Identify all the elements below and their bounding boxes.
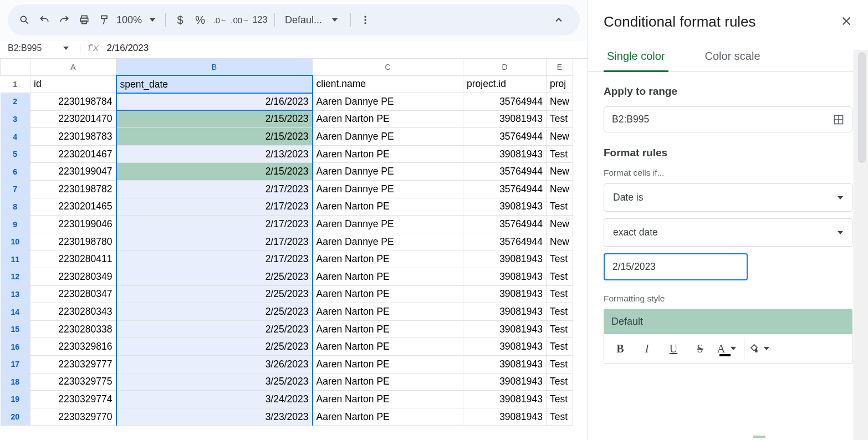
cell[interactable]: 39081943 [463,303,547,321]
cell[interactable]: 39081943 [463,338,547,356]
date-value-input[interactable]: 2/15/2023 [604,253,748,280]
cell[interactable]: 35764944 [463,233,547,250]
row-header-12[interactable]: 12 [1,268,30,286]
cell[interactable]: 39081943 [463,373,547,391]
percent-icon[interactable]: % [190,10,210,30]
cell[interactable]: Aaren Narton PE [313,356,463,374]
cell[interactable]: 2230280411 [30,250,116,268]
cell[interactable]: 39081943 [463,198,547,216]
more-formats-icon[interactable]: 123 [250,10,270,30]
cell[interactable]: 35764944 [463,181,547,198]
col-header-A[interactable]: A [30,59,116,75]
cell[interactable]: Aaren Dannye PE [313,93,463,111]
cell[interactable]: id [30,75,116,93]
name-box[interactable]: B2:B995 [8,43,73,53]
cell[interactable]: Aaren Narton PE [313,285,463,303]
cell[interactable]: New [547,181,573,198]
row-header-14[interactable]: 14 [1,303,30,321]
cell[interactable]: 2/25/2023 [116,285,313,303]
cell[interactable]: Test [547,268,573,286]
cell[interactable]: 39081943 [463,268,547,286]
cell[interactable]: 2230199047 [30,163,116,181]
row-header-17[interactable]: 17 [1,356,30,374]
search-icon[interactable] [14,10,34,30]
cell[interactable]: Test [547,250,573,268]
paint-format-icon[interactable] [94,10,114,30]
row-header-1[interactable]: 1 [1,75,30,93]
cell[interactable]: 2230329775 [30,373,116,391]
cell[interactable]: Test [547,408,573,426]
text-color-icon[interactable]: A [714,337,739,360]
cell[interactable]: Test [547,356,573,374]
cell[interactable]: Aaren Narton PE [313,145,463,163]
decrease-decimal-icon[interactable]: .0← [210,10,230,30]
cell[interactable]: New [547,128,573,146]
cell[interactable]: 2230280347 [30,285,116,303]
condition-dropdown[interactable]: Date is [604,183,852,212]
cell[interactable]: Test [547,198,573,216]
row-header-13[interactable]: 13 [1,285,30,303]
cell[interactable]: proj [547,75,573,93]
cell[interactable]: 2230329816 [30,338,116,356]
cell[interactable]: 2/17/2023 [116,216,313,233]
spreadsheet-grid[interactable]: ABCDE1idspent_dateclient.nameproject.idp… [0,59,588,440]
cell[interactable]: 2/15/2023 [116,163,313,181]
tab-color-scale[interactable]: Color scale [702,42,764,72]
cell[interactable]: 39081943 [463,356,547,374]
cell[interactable]: 2/17/2023 [116,233,313,250]
cell[interactable]: Aaren Dannye PE [313,128,463,146]
cell[interactable]: Aaren Dannye PE [313,181,463,198]
cell[interactable]: 2/15/2023 [116,110,313,128]
select-all-corner[interactable] [1,59,30,75]
cell[interactable]: 2/17/2023 [116,198,313,216]
cell[interactable]: 2/16/2023 [116,93,313,111]
font-dropdown[interactable]: Defaul... [279,14,346,26]
more-toolbar-icon[interactable] [355,10,375,30]
cell[interactable]: 2230199046 [30,216,116,233]
cell[interactable]: Aaren Narton PE [313,373,463,391]
cell[interactable]: 39081943 [463,145,547,163]
row-header-8[interactable]: 8 [1,198,30,216]
cell[interactable]: 2/15/2023 [116,128,313,146]
cell[interactable]: Aaren Dannye PE [313,216,463,233]
row-header-9[interactable]: 9 [1,216,30,233]
cell[interactable]: Test [547,285,573,303]
col-header-B[interactable]: B [116,59,313,75]
range-selector[interactable]: B2:B995 [604,106,852,132]
cell[interactable]: 39081943 [463,285,547,303]
row-header-3[interactable]: 3 [1,110,30,128]
cell[interactable]: 2230198780 [30,233,116,250]
cell[interactable]: Aaren Narton PE [313,303,463,321]
cell[interactable]: Aaren Narton PE [313,268,463,286]
cell[interactable]: 2/17/2023 [116,181,313,198]
row-header-7[interactable]: 7 [1,181,30,198]
cell[interactable]: 2/25/2023 [116,268,313,286]
cell[interactable]: 3/24/2023 [116,391,313,408]
cell[interactable]: New [547,233,573,250]
cell[interactable]: 3/26/2023 [116,356,313,374]
style-preview[interactable]: Default [604,309,852,334]
cell[interactable]: 2230329770 [30,408,116,426]
cell[interactable]: 35764944 [463,216,547,233]
cell[interactable]: Test [547,145,573,163]
row-header-19[interactable]: 19 [1,391,30,408]
cell[interactable]: 35764944 [463,128,547,146]
cell[interactable]: 2/13/2023 [116,145,313,163]
cell[interactable]: Test [547,391,573,408]
tab-single-color[interactable]: Single color [604,42,668,72]
strikethrough-icon[interactable]: S [687,337,713,360]
row-header-16[interactable]: 16 [1,338,30,356]
fill-color-icon[interactable] [744,337,769,360]
formula-input[interactable]: 2/16/2023 [107,43,149,54]
cell[interactable]: 2230201470 [30,110,116,128]
cell[interactable]: 35764944 [463,93,547,111]
cell[interactable]: 2230280343 [30,303,116,321]
cell[interactable]: 2/25/2023 [116,303,313,321]
cell[interactable]: Test [547,373,573,391]
cell[interactable]: Test [547,338,573,356]
cell[interactable]: Aaren Narton PE [313,250,463,268]
underline-icon[interactable]: U [661,337,686,360]
cell[interactable]: New [547,93,573,111]
sidebar-scrollbar[interactable] [854,50,868,440]
cell[interactable]: 2230201467 [30,145,116,163]
